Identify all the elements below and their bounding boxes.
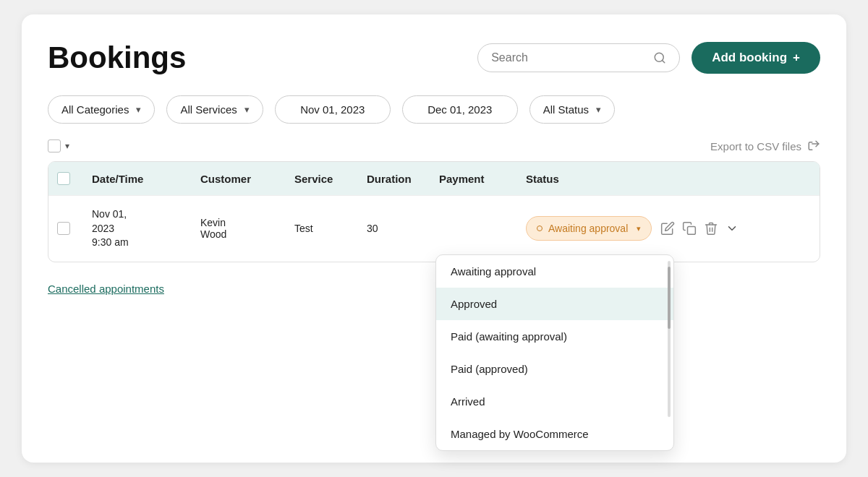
date-to-value: Dec 01, 2023 <box>427 103 492 116</box>
filters-row: All Categories ▾ All Services ▾ Nov 01, … <box>48 95 820 124</box>
row-duration: 30 <box>367 223 439 234</box>
dropdown-scrollbar[interactable] <box>668 261 671 417</box>
status-chevron-icon: ▾ <box>596 104 601 115</box>
svg-line-1 <box>663 60 665 62</box>
col-datetime: Date/Time <box>92 173 200 185</box>
row-datetime: Nov 01,20239:30 am <box>92 207 200 250</box>
dropdown-item-approved[interactable]: Approved <box>436 288 673 320</box>
dropdown-item-awaiting-label: Awaiting approval <box>451 265 536 278</box>
select-dropdown-icon[interactable]: ▾ <box>65 141 69 151</box>
expand-icon[interactable] <box>726 222 739 235</box>
add-booking-icon: + <box>793 51 800 65</box>
cancelled-appointments-link[interactable]: Cancelled appointments <box>48 283 164 295</box>
dropdown-item-woocommerce[interactable]: Managed by WooCommerce <box>436 418 673 450</box>
row-service: Test <box>294 223 367 234</box>
search-input[interactable] <box>491 51 647 64</box>
dropdown-item-paid-approved[interactable]: Paid (approved) <box>436 353 673 385</box>
services-chevron-icon: ▾ <box>244 104 250 115</box>
svg-rect-3 <box>688 227 696 235</box>
dropdown-item-approved-label: Approved <box>451 298 497 310</box>
add-booking-button[interactable]: Add booking + <box>692 42 820 74</box>
dropdown-item-arrived[interactable]: Arrived <box>436 385 673 418</box>
dropdown-item-woocommerce-label: Managed by WooCommerce <box>451 428 589 440</box>
row-customer: KevinWood <box>200 217 294 240</box>
row-checkbox-cell[interactable] <box>57 222 92 235</box>
header-actions: Add booking + <box>477 42 820 74</box>
header-checkbox-cell[interactable] <box>57 172 92 185</box>
col-payment: Payment <box>439 173 526 185</box>
dropdown-item-paid-awaiting[interactable]: Paid (awaiting approval) <box>436 320 673 353</box>
status-badge-text: Awaiting approval <box>548 223 628 234</box>
status-dropdown: Awaiting approval Approved Paid (awaitin… <box>435 254 674 451</box>
dropdown-item-paid-approved-label: Paid (approved) <box>451 363 528 375</box>
delete-icon[interactable] <box>704 221 718 236</box>
categories-filter[interactable]: All Categories ▾ <box>48 95 155 124</box>
dropdown-scrollbar-thumb <box>668 267 671 329</box>
status-label: All Status <box>543 103 589 116</box>
status-dot <box>537 225 542 231</box>
col-service: Service <box>294 173 367 185</box>
select-all-checkbox[interactable] <box>48 139 61 152</box>
date-from-filter[interactable]: Nov 01, 2023 <box>275 95 391 124</box>
status-chevron-icon: ▾ <box>637 224 641 233</box>
row-checkbox[interactable] <box>57 222 70 235</box>
dropdown-item-paid-awaiting-label: Paid (awaiting approval) <box>451 330 567 343</box>
search-icon <box>653 51 666 64</box>
select-all-area[interactable]: ▾ <box>48 139 69 152</box>
header-checkbox[interactable] <box>57 172 70 185</box>
dropdown-item-awaiting[interactable]: Awaiting approval <box>436 255 673 288</box>
date-from-value: Nov 01, 2023 <box>300 103 365 116</box>
table-row: Nov 01,20239:30 am KevinWood Test 30 Awa… <box>48 195 820 262</box>
add-booking-label: Add booking <box>712 51 787 65</box>
copy-icon[interactable] <box>682 221 697 236</box>
toolbar-row: ▾ Export to CSV files <box>48 139 820 152</box>
page-title: Bookings <box>48 40 186 75</box>
col-status: Status <box>526 173 811 185</box>
row-status-cell: Awaiting approval ▾ <box>526 216 811 241</box>
services-label: All Services <box>180 103 237 116</box>
status-badge[interactable]: Awaiting approval ▾ <box>526 216 652 241</box>
dropdown-item-arrived-label: Arrived <box>451 395 485 408</box>
export-icon <box>807 139 820 152</box>
col-duration: Duration <box>367 173 439 185</box>
search-box[interactable] <box>477 43 680 72</box>
date-to-filter[interactable]: Dec 01, 2023 <box>402 95 518 124</box>
col-customer: Customer <box>200 173 294 185</box>
services-filter[interactable]: All Services ▾ <box>166 95 263 124</box>
footer-area: Cancelled appointments <box>48 283 164 296</box>
categories-chevron-icon: ▾ <box>136 104 141 115</box>
bookings-card: Bookings Add booking + All Categories ▾ … <box>22 14 846 463</box>
row-actions <box>660 221 739 236</box>
status-filter[interactable]: All Status ▾ <box>529 95 615 124</box>
table-header: Date/Time Customer Service Duration Paym… <box>48 162 820 195</box>
page-header: Bookings Add booking + <box>48 40 820 75</box>
categories-label: All Categories <box>61 103 129 116</box>
edit-icon[interactable] <box>660 221 675 236</box>
export-csv-button[interactable]: Export to CSV files <box>710 139 820 152</box>
export-label: Export to CSV files <box>710 140 801 152</box>
bookings-table: Date/Time Customer Service Duration Paym… <box>48 161 820 262</box>
